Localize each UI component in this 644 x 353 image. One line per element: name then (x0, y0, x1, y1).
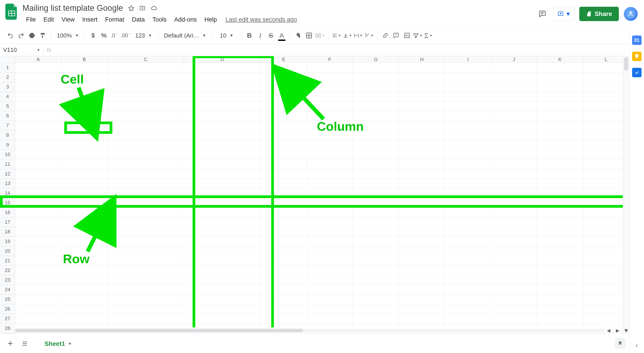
row-header[interactable]: 16 (0, 208, 15, 217)
cell[interactable] (184, 304, 261, 314)
cell[interactable] (307, 130, 353, 140)
row-header[interactable]: 18 (0, 227, 15, 237)
last-edit-link[interactable]: Last edit was seconds ago (226, 16, 297, 23)
cell[interactable] (399, 63, 445, 72)
cell[interactable] (445, 169, 491, 179)
cell[interactable] (261, 237, 307, 246)
cell[interactable] (445, 63, 491, 72)
cell[interactable] (491, 198, 537, 208)
cell[interactable] (445, 275, 491, 285)
cell[interactable] (184, 140, 261, 150)
cell[interactable] (261, 295, 307, 304)
cell[interactable] (353, 130, 399, 140)
cell[interactable] (261, 72, 307, 82)
cell[interactable] (537, 246, 583, 256)
cell[interactable] (184, 82, 261, 92)
cell[interactable] (491, 275, 537, 285)
cell[interactable] (108, 314, 184, 324)
cell[interactable] (445, 246, 491, 256)
cell[interactable] (15, 169, 61, 179)
cell[interactable] (583, 285, 629, 295)
cell[interactable] (583, 179, 629, 188)
cell[interactable] (537, 275, 583, 285)
row-header[interactable]: 20 (0, 246, 15, 256)
row-header[interactable]: 28 (0, 324, 15, 333)
cell[interactable] (261, 101, 307, 111)
cell[interactable] (15, 101, 61, 111)
cell[interactable] (307, 179, 353, 188)
column-header[interactable]: D (184, 56, 261, 63)
cell[interactable] (399, 130, 445, 140)
cell[interactable] (61, 82, 108, 92)
cell[interactable] (537, 285, 583, 295)
cell[interactable] (537, 217, 583, 227)
cell[interactable] (307, 72, 353, 82)
cell[interactable] (15, 275, 61, 285)
cell[interactable] (307, 63, 353, 72)
cell[interactable] (261, 285, 307, 295)
hscroll-right-icon[interactable]: ► (613, 328, 622, 334)
cell[interactable] (108, 130, 184, 140)
cell[interactable] (61, 266, 108, 275)
cell[interactable] (399, 285, 445, 295)
decrease-decimal-icon[interactable]: .0← (110, 30, 120, 40)
cell[interactable] (61, 140, 108, 150)
cell[interactable] (583, 275, 629, 285)
cell[interactable] (445, 188, 491, 198)
cell[interactable] (108, 169, 184, 179)
cell[interactable] (61, 111, 108, 121)
cell[interactable] (491, 169, 537, 179)
horizontal-scrollbar[interactable]: ◄► (15, 328, 622, 334)
cell[interactable] (537, 140, 583, 150)
cell[interactable] (583, 256, 629, 266)
cell[interactable] (353, 63, 399, 72)
borders-icon[interactable] (304, 30, 314, 40)
cell[interactable] (537, 101, 583, 111)
cell[interactable] (307, 101, 353, 111)
cell[interactable] (184, 256, 261, 266)
cell[interactable] (353, 295, 399, 304)
cell[interactable] (15, 150, 61, 159)
row-header[interactable]: 8 (0, 130, 15, 140)
cell[interactable] (261, 217, 307, 227)
row-header[interactable]: 3 (0, 82, 15, 92)
column-header[interactable]: C (108, 56, 184, 63)
column-header[interactable]: A (15, 56, 61, 63)
cell[interactable] (445, 314, 491, 324)
cell[interactable] (353, 285, 399, 295)
cell[interactable] (61, 217, 108, 227)
fill-color-icon[interactable] (293, 30, 303, 40)
cell[interactable] (61, 314, 108, 324)
cell[interactable] (307, 121, 353, 130)
cell[interactable] (353, 111, 399, 121)
cell[interactable] (108, 121, 184, 130)
cell[interactable] (108, 256, 184, 266)
cell[interactable] (353, 179, 399, 188)
cell[interactable] (583, 227, 629, 237)
cell[interactable] (353, 140, 399, 150)
cells-area[interactable] (15, 63, 629, 334)
cell[interactable] (15, 130, 61, 140)
cell[interactable] (491, 72, 537, 82)
row-header[interactable]: 6 (0, 111, 15, 121)
cell[interactable] (353, 237, 399, 246)
cell[interactable] (353, 314, 399, 324)
currency-icon[interactable]: $ (88, 30, 98, 40)
cell[interactable] (307, 159, 353, 169)
row-header[interactable]: 10 (0, 150, 15, 159)
cell[interactable] (583, 121, 629, 130)
row-header[interactable]: 12 (0, 169, 15, 179)
cell[interactable] (184, 314, 261, 324)
menu-edit[interactable]: Edit (40, 15, 58, 24)
cell[interactable] (184, 237, 261, 246)
row-header[interactable]: 22 (0, 266, 15, 275)
cell[interactable] (353, 198, 399, 208)
cell[interactable] (261, 140, 307, 150)
cell[interactable] (184, 198, 261, 208)
cell[interactable] (15, 237, 61, 246)
cell[interactable] (108, 72, 184, 82)
cell[interactable] (261, 304, 307, 314)
cell[interactable] (537, 256, 583, 266)
cell[interactable] (445, 227, 491, 237)
cell[interactable] (353, 101, 399, 111)
